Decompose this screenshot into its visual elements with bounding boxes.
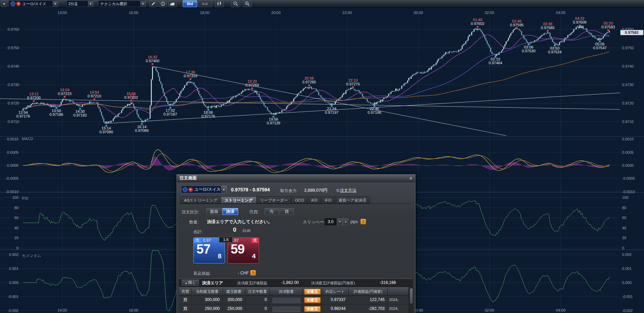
quantity-label: 数量:	[189, 219, 198, 225]
tick-label: -0.0005	[622, 176, 635, 180]
rsi-label: RSI	[22, 196, 28, 200]
tick-label: 80	[14, 206, 18, 210]
table-cell: 買	[179, 304, 192, 313]
order-tab[interactable]: IFO	[321, 196, 335, 204]
close-icon[interactable]: ×	[409, 176, 412, 181]
zoom-in-button[interactable]	[243, 0, 252, 7]
favorites-button[interactable]: ▾	[1, 0, 7, 7]
order-tab[interactable]: 通貨ペア全決済	[335, 196, 370, 204]
swing-high-marker	[64, 96, 66, 98]
order-tab[interactable]: ストリーミング	[221, 196, 256, 204]
swing-price-label: 0.97400	[146, 59, 159, 63]
technical-dropdown[interactable]: テクニカル選択 ▾	[98, 0, 146, 7]
swing-price-label: 0.97595	[510, 23, 524, 27]
chart-type-button[interactable]	[215, 0, 224, 7]
swing-price-label: 0.97176	[16, 114, 30, 118]
table-column-header: 建玉数量	[223, 287, 245, 296]
swing-high-marker	[152, 63, 153, 65]
order-dialog: 注文画面 × ユーロ/スイス ▾ 0.97578 - 0.97594 取引余力 …	[177, 174, 415, 313]
slippage-input[interactable]: 3.0	[325, 218, 336, 225]
table-column-header: 決済数量	[270, 287, 303, 296]
dialog-pair-selector[interactable]: ユーロ/スイス ▾	[181, 186, 227, 193]
swing-price-label: 0.97187	[164, 112, 177, 116]
tick-label: -0.002	[8, 309, 18, 313]
swing-high-marker	[130, 100, 132, 101]
total-label: 合計:	[193, 229, 203, 235]
buy-tag: 買	[251, 238, 259, 243]
slippage-increase-button[interactable]: ▴	[343, 218, 348, 225]
position-row: 買300,000300,0000全建玉0.97337122,7452024,	[179, 296, 409, 304]
swing-price-label: 0.97530	[522, 49, 536, 53]
price-tick-label: 0.9730	[622, 83, 634, 87]
order-tab[interactable]: リーブオーダー	[257, 196, 292, 204]
swing-high-marker	[190, 78, 191, 80]
swing-price-label: 0.97602	[471, 22, 485, 26]
quantity-message: 決済エリアで入力してください。	[207, 219, 272, 225]
close-all-button[interactable]: 全建玉	[304, 306, 321, 312]
draw-tool-button[interactable]	[149, 0, 157, 7]
bid-button[interactable]: Bid	[183, 0, 197, 7]
pair-selector-label: ユーロ/スイス	[22, 1, 46, 6]
swing-high-marker	[93, 98, 95, 100]
sell-price-sub: 8	[218, 253, 221, 260]
open-panel-button[interactable]: ▲開く	[182, 280, 199, 286]
table-cell	[270, 304, 303, 313]
table-cell: 250,000	[192, 304, 223, 313]
pair-selector-dropdown[interactable]: ユーロ/スイス ▾	[9, 0, 58, 7]
chevron-down-icon: ▾	[52, 1, 58, 6]
table-column-header: 全建玉	[303, 287, 322, 296]
zoom-in-icon	[245, 1, 250, 6]
order-tab[interactable]: IFD	[308, 196, 321, 204]
new-order-button[interactable]: 新規	[206, 208, 222, 215]
order-tab[interactable]: OCO	[292, 196, 308, 204]
slippage-decrease-button[interactable]: ▾	[337, 218, 343, 225]
settle-order-button[interactable]: 決済	[222, 208, 238, 215]
order-method-link[interactable]: ⧉注文方法	[336, 188, 357, 193]
chevron-down-icon[interactable]: ▾	[221, 186, 227, 193]
price-tick-label: 0.9720	[622, 101, 634, 105]
total-unit: EUR	[243, 229, 250, 233]
dialog-titlebar[interactable]: 注文画面 ×	[177, 175, 415, 182]
slippage-help-button[interactable]: ?	[360, 219, 366, 224]
table-column-header: 注文中数量	[245, 287, 270, 296]
zoom-out-button[interactable]	[231, 0, 240, 7]
order-tab[interactable]: ASストリーミング	[180, 196, 221, 204]
swing-price-label: 0.97223	[58, 92, 72, 96]
table-column-header: 売買	[179, 287, 192, 296]
tick-label: -0.001	[622, 295, 633, 299]
eur-flag-icon	[183, 187, 188, 192]
table-cell: 300,000	[223, 296, 245, 304]
buy-price-sub: 4	[252, 253, 256, 260]
tick-label: 0.001	[622, 267, 632, 271]
order-type-label: 注文区分:	[182, 209, 199, 215]
candlestick-icon	[217, 1, 222, 6]
close-all-button[interactable]: 全建玉	[304, 297, 321, 303]
dialog-title: 注文画面	[180, 175, 197, 181]
timeframe-dropdown[interactable]: 2分足 ▾	[66, 0, 93, 7]
info-button[interactable]	[159, 0, 167, 7]
scrollbar-thumb[interactable]	[410, 288, 413, 303]
swing-price-label: 0.97139	[267, 121, 280, 125]
close-quantity-input[interactable]	[272, 297, 301, 303]
sell-side-button[interactable]: 売	[265, 208, 279, 215]
settle-pl-label: 決済建玉評価損益	[237, 281, 267, 286]
tick-label: 0.000	[9, 281, 18, 285]
timeframe-label: 2分足	[68, 1, 78, 6]
table-cell: 0	[245, 304, 270, 313]
cloud-save-button[interactable]	[168, 0, 177, 7]
tick-label: 40	[622, 226, 626, 230]
close-quantity-input[interactable]	[272, 306, 301, 312]
open-button-label: 開く	[188, 281, 196, 285]
table-scrollbar[interactable]	[409, 287, 413, 313]
time-tick-label: 16:00	[129, 11, 138, 15]
tick-label: 0.0010	[622, 137, 634, 141]
table-cell: 0.98244	[322, 304, 349, 313]
swing-price-label: 0.97200	[27, 96, 41, 100]
pl-help-button[interactable]: ?	[250, 270, 256, 276]
close-area-label: 決済エリア	[202, 280, 223, 286]
ask-button[interactable]: Ask	[198, 0, 212, 7]
time-tick-label: 14:00	[57, 11, 67, 15]
close-all-header-button[interactable]: 全建玉	[304, 289, 321, 295]
buy-side-button[interactable]: 買	[280, 208, 294, 215]
swing-high-marker	[477, 26, 478, 28]
